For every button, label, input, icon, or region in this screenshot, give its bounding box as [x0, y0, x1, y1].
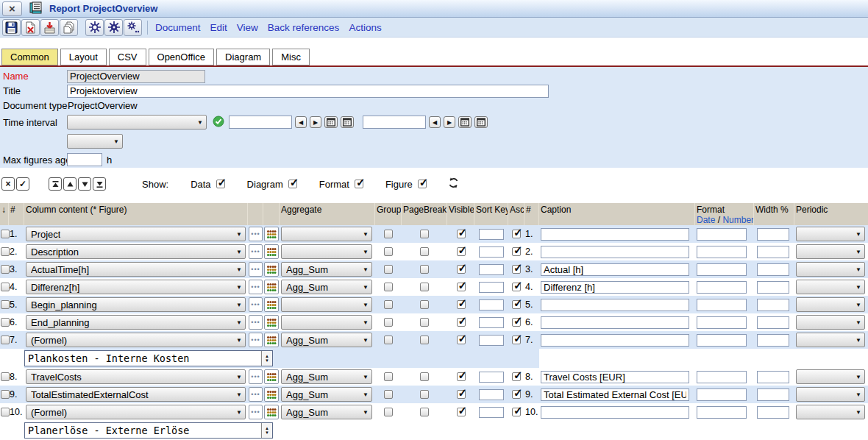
row-select-checkbox[interactable] — [1, 408, 10, 416]
interval-to-calendar2-button[interactable] — [474, 116, 488, 128]
figure-picker-button[interactable] — [264, 369, 279, 384]
caption-input[interactable] — [541, 316, 689, 329]
formula-spinner[interactable]: ▲▼ — [261, 423, 272, 438]
move-down-button[interactable] — [78, 177, 91, 191]
row-select-checkbox[interactable] — [1, 247, 10, 256]
sort-order-icon[interactable]: ↓ — [0, 203, 9, 225]
column-content-select[interactable]: (Formel)▼ — [26, 405, 246, 419]
width-input[interactable] — [757, 316, 789, 329]
pagebreak-checkbox[interactable] — [420, 390, 429, 399]
menu-edit[interactable]: Edit — [210, 22, 227, 33]
import-document-button[interactable] — [40, 19, 59, 36]
move-bottom-button[interactable] — [93, 177, 106, 191]
column-content-select[interactable]: TravelCosts▼ — [26, 369, 246, 384]
pagebreak-checkbox[interactable] — [420, 372, 429, 381]
visible-checkbox[interactable] — [457, 318, 466, 327]
periodic-select[interactable]: ▼ — [796, 280, 865, 294]
menu-back-references[interactable]: Back references — [268, 22, 340, 33]
figure-picker-button[interactable] — [264, 333, 279, 347]
group-checkbox[interactable] — [384, 230, 393, 238]
menu-view[interactable]: View — [237, 22, 258, 33]
tab-diagram[interactable]: Diagram — [216, 49, 270, 65]
more-options-button[interactable]: ••• — [249, 244, 263, 259]
caption-input[interactable] — [541, 228, 689, 241]
aggregate-select[interactable]: Agg_Sum▼ — [281, 387, 372, 402]
caption-input[interactable] — [541, 263, 689, 276]
periodic-select[interactable]: ▼ — [796, 387, 865, 402]
group-checkbox[interactable] — [384, 265, 393, 274]
asc-checkbox[interactable] — [512, 390, 521, 399]
row-select-checkbox[interactable] — [1, 230, 10, 238]
format-date-link[interactable]: Date — [697, 215, 715, 225]
more-options-button[interactable]: ••• — [249, 387, 263, 402]
column-content-select[interactable]: End_planning▼ — [26, 315, 246, 330]
format-input[interactable] — [697, 263, 747, 276]
periodic-select[interactable]: ▼ — [796, 405, 865, 419]
show-figure-checkbox[interactable] — [418, 180, 427, 188]
group-checkbox[interactable] — [384, 283, 393, 291]
format-input[interactable] — [697, 299, 747, 311]
sort-key-input[interactable] — [479, 372, 504, 383]
aggregate-select[interactable]: Agg_Sum▼ — [281, 405, 372, 419]
width-input[interactable] — [757, 334, 789, 347]
caption-input[interactable] — [541, 299, 689, 311]
aggregate-select[interactable]: ▼ — [281, 227, 372, 241]
caption-input[interactable] — [541, 388, 689, 401]
close-button[interactable]: × — [2, 1, 22, 16]
format-input[interactable] — [697, 406, 747, 419]
menu-document[interactable]: Document — [155, 22, 201, 33]
periodic-select[interactable]: ▼ — [796, 244, 865, 259]
select-all-button[interactable]: ✓ — [16, 177, 29, 191]
pagebreak-checkbox[interactable] — [420, 283, 429, 291]
group-checkbox[interactable] — [384, 247, 393, 256]
interval-from-input[interactable] — [229, 116, 292, 129]
width-input[interactable] — [757, 299, 789, 311]
interval-from-prev-button[interactable]: ◀ — [295, 116, 307, 128]
move-top-button[interactable] — [49, 177, 62, 191]
asc-checkbox[interactable] — [512, 247, 521, 256]
pagebreak-checkbox[interactable] — [420, 318, 429, 327]
sort-key-input[interactable] — [479, 335, 504, 346]
sort-key-input[interactable] — [479, 246, 504, 258]
column-content-select[interactable]: Project▼ — [26, 227, 246, 241]
sort-key-input[interactable] — [479, 299, 504, 311]
aggregate-select[interactable]: Agg_Sum▼ — [281, 262, 372, 277]
group-checkbox[interactable] — [384, 372, 393, 381]
format-input[interactable] — [697, 281, 747, 294]
visible-checkbox[interactable] — [457, 372, 466, 381]
pagebreak-checkbox[interactable] — [420, 230, 429, 238]
group-checkbox[interactable] — [384, 318, 393, 327]
formula-input[interactable] — [25, 351, 261, 366]
group-checkbox[interactable] — [384, 408, 393, 416]
width-input[interactable] — [757, 406, 789, 419]
menu-actions[interactable]: Actions — [349, 22, 381, 33]
width-input[interactable] — [757, 263, 789, 276]
row-select-checkbox[interactable] — [1, 283, 10, 291]
row-select-checkbox[interactable] — [1, 300, 10, 309]
recalculate-figures-button[interactable] — [85, 19, 104, 36]
visible-checkbox[interactable] — [457, 300, 466, 309]
group-checkbox[interactable] — [384, 336, 393, 344]
pagebreak-checkbox[interactable] — [420, 247, 429, 256]
show-format-checkbox[interactable] — [355, 180, 363, 188]
visible-checkbox[interactable] — [457, 247, 466, 256]
caption-input[interactable] — [541, 246, 689, 258]
width-input[interactable] — [757, 246, 789, 258]
name-field[interactable] — [67, 70, 205, 83]
more-options-button[interactable]: ••• — [249, 315, 263, 330]
more-options-button[interactable]: ••• — [249, 227, 263, 241]
formula-input[interactable] — [25, 423, 261, 438]
interval-to-prev-button[interactable]: ◀ — [429, 116, 441, 128]
figure-picker-button[interactable] — [264, 262, 279, 277]
delete-document-button[interactable] — [21, 19, 40, 36]
more-options-button[interactable]: ••• — [249, 262, 263, 277]
format-input[interactable] — [697, 334, 747, 347]
asc-checkbox[interactable] — [512, 300, 521, 309]
format-input[interactable] — [697, 388, 747, 401]
periodic-select[interactable]: ▼ — [796, 297, 865, 312]
group-checkbox[interactable] — [384, 300, 393, 309]
visible-checkbox[interactable] — [457, 265, 466, 274]
time-interval-unit-select[interactable]: ▼ — [67, 134, 123, 149]
row-select-checkbox[interactable] — [1, 336, 10, 344]
max-figures-age-input[interactable] — [67, 153, 102, 166]
